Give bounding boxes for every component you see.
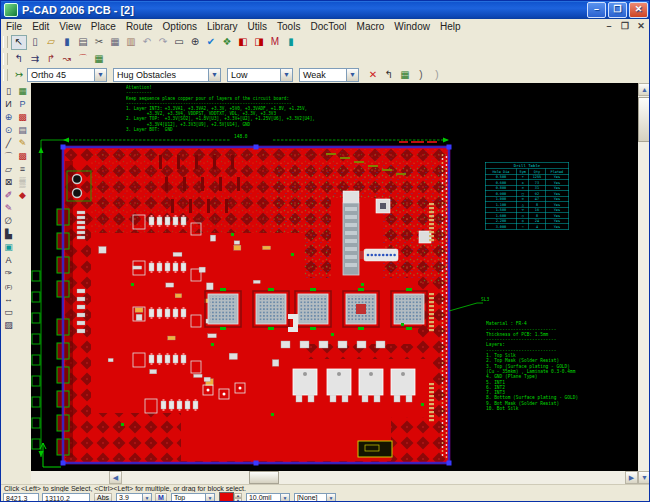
line-icon[interactable]: ╱	[2, 137, 15, 150]
route-interactive-icon[interactable]: ⇉	[27, 51, 43, 66]
save-icon[interactable]: ▮	[59, 35, 75, 50]
vertical-scroll-thumb[interactable]	[638, 97, 650, 142]
scroll-down-button[interactable]: ▼	[638, 471, 650, 484]
room-icon[interactable]: ▙	[2, 228, 15, 241]
chevron-down-icon[interactable]: ▼	[94, 69, 106, 81]
record-red2-icon[interactable]: ◨	[251, 35, 267, 50]
cut-icon[interactable]: ✂	[91, 35, 107, 50]
grid-select[interactable]: 3.9 ▼	[116, 493, 152, 502]
mdi-close-button[interactable]: ✕	[635, 21, 647, 31]
chevron-down-icon[interactable]: ▼	[142, 494, 151, 501]
zoom-in-icon[interactable]: ⊕	[2, 111, 15, 124]
scroll-right-button[interactable]: ▶	[625, 471, 638, 484]
polygon-icon[interactable]: ▱	[2, 163, 15, 176]
error-marker-icon[interactable]: ▩	[16, 111, 29, 124]
menu-place[interactable]: Place	[86, 21, 121, 32]
select-tool-icon[interactable]: ↖	[11, 35, 27, 50]
scroll-left-button[interactable]: ◀	[109, 471, 122, 484]
arc-right-icon[interactable]: )	[429, 67, 445, 82]
shade-icon[interactable]: ▒	[16, 176, 29, 189]
marker-icon[interactable]: ◆	[16, 189, 29, 202]
chevron-down-icon[interactable]: ▼	[205, 494, 214, 501]
menu-window[interactable]: Window	[389, 21, 435, 32]
cyan-tool-icon[interactable]: ▮	[283, 35, 299, 50]
horizontal-scrollbar[interactable]: ◀ ▶	[109, 471, 638, 484]
edit-styles-icon[interactable]: ✎	[16, 137, 29, 150]
design-manager-icon[interactable]: ▦	[16, 85, 29, 98]
via-icon[interactable]: ▣	[2, 241, 15, 254]
mdi-restore-button[interactable]: ❐	[619, 21, 631, 31]
field-icon[interactable]: (F)	[2, 280, 15, 293]
close-button[interactable]: ✕	[629, 2, 648, 18]
design-canvas[interactable]: Attention!----------Keep sequence place …	[31, 83, 638, 471]
net-highlight-icon[interactable]: ▩	[16, 150, 29, 163]
part-browser-icon[interactable]: P	[16, 98, 29, 111]
minimize-button[interactable]: –	[587, 2, 606, 18]
route-bus-icon[interactable]: ↝	[59, 51, 75, 66]
copy-icon[interactable]: ▦	[107, 35, 123, 50]
keepout-icon[interactable]: ∅	[2, 215, 15, 228]
rect-icon[interactable]: ▭	[2, 306, 15, 319]
unwind-icon[interactable]: ↰	[381, 67, 397, 82]
paste-icon[interactable]: ▥	[123, 35, 139, 50]
menu-options[interactable]: Options	[158, 21, 202, 32]
route-mode-select[interactable]: Ortho 45▼	[27, 68, 107, 82]
layer-color-swatch[interactable]	[219, 492, 234, 502]
chevron-down-icon[interactable]: ▼	[326, 494, 335, 501]
abs-rel-toggle-button[interactable]: Abs	[94, 493, 112, 502]
renumber-icon[interactable]: ❖	[219, 35, 235, 50]
macro-button[interactable]: M	[155, 493, 167, 502]
route-miter-icon[interactable]: ↱	[43, 51, 59, 66]
pick-point-icon[interactable]: ✑	[2, 267, 15, 280]
undo-icon[interactable]: ↶	[139, 35, 155, 50]
route-manual-icon[interactable]: ↰	[11, 51, 27, 66]
scroll-up-button[interactable]: ▲	[638, 83, 650, 96]
plane-icon[interactable]: ✎	[2, 202, 15, 215]
y-coordinate-field[interactable]: 13110.2	[42, 493, 90, 502]
zoom-center-icon[interactable]: ⊙	[2, 124, 15, 137]
menu-route[interactable]: Route	[121, 21, 158, 32]
arc-left-icon[interactable]: )	[413, 67, 429, 82]
menu-help[interactable]: Help	[435, 21, 466, 32]
menu-macro[interactable]: Macro	[352, 21, 390, 32]
vertical-scrollbar[interactable]: ▲ ▼	[638, 83, 650, 484]
menu-doctool[interactable]: DocTool	[305, 21, 351, 32]
menu-tools[interactable]: Tools	[272, 21, 305, 32]
x-coordinate-field[interactable]: 8421.3	[3, 493, 39, 502]
hatch-icon[interactable]: ▨	[2, 319, 15, 332]
print-icon[interactable]: ▤	[75, 35, 91, 50]
record-red-icon[interactable]: ◧	[235, 35, 251, 50]
drc-check-icon[interactable]: ✔	[203, 35, 219, 50]
menu-edit[interactable]: Edit	[27, 21, 54, 32]
title-bar[interactable]: P-CAD 2006 PCB - [2] – ❐ ✕	[1, 1, 650, 19]
layer-spinner[interactable]: ▲▼	[234, 493, 242, 502]
dimension-icon[interactable]: ↔	[2, 293, 15, 306]
zoom-icon[interactable]: ⊕	[187, 35, 203, 50]
menu-file[interactable]: File	[1, 21, 27, 32]
record-icon[interactable]: ▯	[2, 85, 15, 98]
route-start-icon[interactable]: ↣	[11, 67, 27, 82]
menu-utils[interactable]: Utils	[243, 21, 272, 32]
macro-m-icon[interactable]: M	[267, 35, 283, 50]
route-arc-icon[interactable]: ⌒	[75, 51, 91, 66]
chevron-down-icon[interactable]: ▼	[346, 69, 358, 81]
horizontal-scroll-thumb[interactable]	[249, 471, 279, 484]
obstacle-mode-select[interactable]: Hug Obstacles▼	[113, 68, 221, 82]
net-select[interactable]: [None] ▼	[294, 493, 336, 502]
display-options-icon[interactable]: ▤	[16, 124, 29, 137]
menu-view[interactable]: View	[54, 21, 86, 32]
layer-select[interactable]: Top ▼	[171, 493, 215, 502]
priority-select[interactable]: Low▼	[227, 68, 293, 82]
chevron-down-icon[interactable]: ▼	[280, 494, 289, 501]
cancel-route-icon[interactable]: ✕	[365, 67, 381, 82]
part-icon[interactable]: И	[2, 98, 15, 111]
chevron-down-icon[interactable]: ▼	[208, 69, 220, 81]
cutout-icon[interactable]: ⊠	[2, 176, 15, 189]
viewport-icon[interactable]: ▭	[171, 35, 187, 50]
chevron-down-icon[interactable]: ▼	[280, 69, 292, 81]
new-file-icon[interactable]: ▯	[27, 35, 43, 50]
autorouter-icon[interactable]: ▦	[91, 51, 107, 66]
arc-icon[interactable]: ⌒	[2, 150, 15, 163]
mdi-minimize-button[interactable]: –	[603, 21, 615, 31]
open-folder-icon[interactable]: ▱	[43, 35, 59, 50]
